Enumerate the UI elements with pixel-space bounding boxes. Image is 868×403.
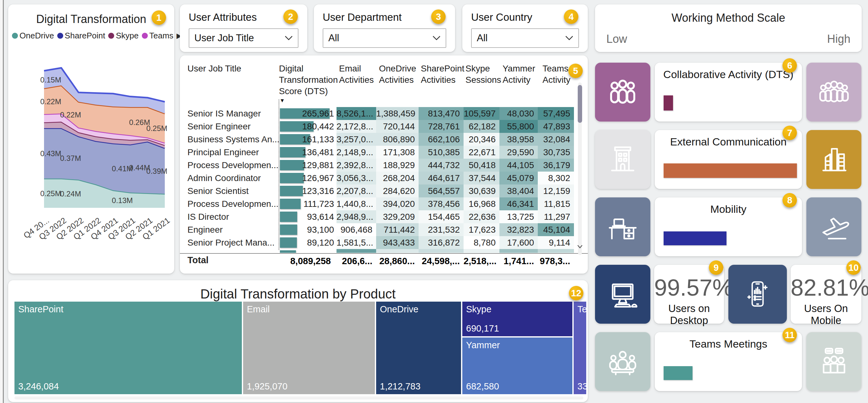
scale-title: Working Method Scale [595, 11, 862, 25]
kpi-bar[interactable] [663, 231, 726, 245]
desk-icon [604, 208, 641, 246]
kpi-card: Collaborative Activity (DTS) 6 [655, 63, 802, 121]
heat-cell: 284,620 [376, 184, 418, 197]
kpi-bar[interactable] [663, 366, 692, 380]
heat-cell: 1,581,5... [337, 236, 376, 249]
user-department-dropdown[interactable]: All [323, 28, 446, 48]
column-header[interactable]: YammerActivity [502, 63, 547, 86]
meeting-icon [604, 343, 641, 380]
scale-low-label: Low [606, 32, 627, 46]
heat-cell: 188,929 [376, 159, 418, 172]
heat-cell: 394,020 [376, 197, 418, 210]
heat-cell [499, 249, 538, 253]
treemap-tile-te[interactable]: Te... 33... [574, 301, 586, 394]
heat-cell [376, 249, 418, 253]
heat-cell: 316,872 [418, 236, 464, 249]
kpi-title: Teams Meetings [655, 338, 802, 350]
heat-cell: 30,735 [538, 146, 574, 159]
heat-cell: 806,890 [376, 133, 418, 146]
phone-icon [739, 276, 776, 313]
horizontal-scrollbar[interactable] [14, 396, 583, 400]
kpi-left-tile [595, 130, 650, 189]
heat-cell: 2,148,9... [337, 146, 376, 159]
sort-indicator-icon[interactable]: ▼ [280, 97, 285, 104]
stat-card: 82.81% Users On Mobile 10 [790, 265, 861, 324]
annotation-badge-2: 2 [283, 9, 298, 24]
kpi-title: Collaborative Activity (DTS) [655, 68, 802, 81]
table-row[interactable]: Principal Engineer136,4812,148,9...171,3… [180, 146, 588, 159]
table-row[interactable]: Engineer93,100906,468711,442231,53217,62… [180, 223, 588, 236]
column-header[interactable]: SharePointActivities [421, 63, 472, 86]
table-row[interactable] [180, 249, 588, 253]
annotation-badge-5: 5 [568, 64, 583, 78]
heat-cell: 20,346 [464, 133, 499, 146]
heat-cell: 45,079 [499, 172, 538, 184]
annotation-badge-1: 1 [152, 10, 166, 25]
table-row[interactable]: Senior IS Manager265,9618,526,1...1,388,… [180, 107, 588, 120]
heat-cell: 444,732 [418, 159, 464, 172]
heat-cell: 16,968 [464, 197, 499, 210]
heat-cell: 171,308 [376, 146, 418, 159]
user-attributes-dropdown[interactable]: User Job Title [189, 28, 299, 48]
treemap-tile-sharepoint[interactable]: SharePoint 3,246,084 [14, 301, 242, 394]
data-label: 0.22M [60, 111, 81, 119]
annotation-badge-10: 10 [846, 260, 861, 275]
heat-cell: 105,597 [464, 107, 499, 120]
people-group-icon [815, 74, 852, 111]
treemap-tile-skype[interactable]: Skype 690,171 [462, 301, 572, 336]
slicer-title: User Department [323, 11, 402, 23]
treemap-tile-email[interactable]: Email 1,925,070 [243, 301, 375, 394]
scale-high-label: High [827, 32, 850, 46]
table-row[interactable]: Business Systems An...161,1333,257,0...8… [180, 133, 588, 146]
chevron-down-icon [432, 35, 441, 40]
desktop-icon [604, 276, 641, 313]
building-icon [604, 141, 641, 178]
kpi-bar[interactable] [663, 164, 797, 178]
heat-cell: 3,056,3... [337, 172, 376, 184]
table-row[interactable]: Senior Scientist123,3162,207,8...284,620… [180, 184, 588, 197]
heat-cell: 268,204 [376, 172, 418, 184]
stat-label: Users On Mobile [790, 303, 861, 326]
scroll-down-icon[interactable] [577, 244, 583, 249]
data-label: 0.13M [112, 196, 133, 205]
treemap-tile-onedrive[interactable]: OneDrive 1,212,783 [376, 301, 461, 394]
heat-cell: 11,815 [538, 197, 574, 210]
kpi-right-tile [806, 332, 861, 391]
heat-cell: 29,590 [499, 146, 538, 159]
audience-icon [815, 343, 852, 380]
treemap-tile-yammer[interactable]: Yammer 682,580 [462, 338, 572, 394]
column-header[interactable]: OneDriveActivities [379, 63, 428, 86]
heat-cell: 32,084 [538, 133, 574, 146]
heat-cell: 17,623 [464, 223, 499, 236]
column-header[interactable]: SkypeSessions [465, 63, 507, 86]
column-header[interactable]: EmailActivities [339, 63, 385, 86]
heat-cell: 8,780 [464, 236, 499, 249]
table-row[interactable]: Senior Project Mana...89,1201,581,5...94… [180, 236, 588, 249]
window-left-edge [0, 0, 4, 403]
kpi-title: External Communication [655, 136, 802, 148]
column-header[interactable]: DigitalTransformationScore (DTS) [279, 63, 341, 97]
slicer-user-attributes: User Attributes 2 User Job Title [180, 4, 307, 52]
kpi-bar[interactable] [663, 95, 673, 111]
heat-cell: 22,671 [464, 146, 499, 159]
table-total-row: Total8,089,258206,6...28,860...24,598,..… [180, 253, 588, 268]
heat-cell: 2,948,9... [337, 210, 376, 223]
user-country-dropdown[interactable]: All [471, 28, 579, 48]
scrollbar-thumb[interactable] [578, 85, 582, 123]
table-row[interactable]: Process Developmen...129,8812,392,8...18… [180, 159, 588, 172]
heat-cell: 378,456 [418, 197, 464, 210]
heat-cell: 12,159 [538, 184, 574, 197]
table-row[interactable]: Process Developmen...111,7231,440,8...39… [180, 197, 588, 210]
chevron-down-icon [285, 35, 293, 40]
stacked-area-chart[interactable]: 0.15M0.22M0.22M0.26M0.25M0.43M0.37M0.41M… [8, 4, 174, 274]
heat-cell [418, 249, 464, 253]
table-row[interactable]: Senior Engineer180,4422,172,8...720,1447… [180, 120, 588, 133]
heat-cell: 38,958 [499, 133, 538, 146]
dts-bar [280, 250, 296, 253]
heat-cell: 2,172,8... [337, 120, 376, 133]
column-header[interactable]: User Job Title [187, 63, 285, 74]
table-row[interactable]: IS Director93,6142,948,9...329,209154,46… [180, 210, 588, 223]
annotation-badge-11: 11 [782, 328, 797, 342]
kpi-right-tile [806, 197, 861, 256]
table-row[interactable]: Admin Coordinator126,9673,056,3...268,20… [180, 172, 588, 184]
